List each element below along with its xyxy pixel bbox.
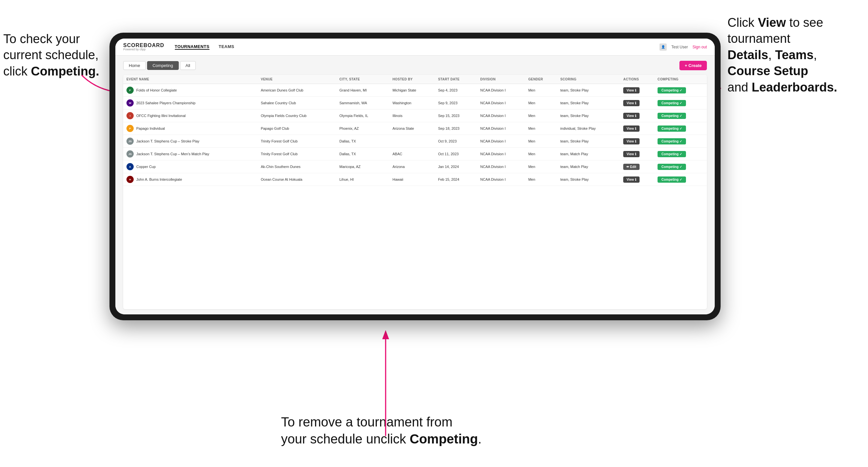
cell-hosted: ABAC (389, 148, 435, 160)
cell-division: NCAA Division I (477, 160, 525, 173)
cell-start-date: Oct 9, 2023 (435, 135, 477, 148)
table-row: P Papago Individual Papago Golf Club Pho… (123, 122, 707, 135)
cell-venue: Ocean Course At Hokuala (257, 173, 336, 186)
table-header-row: EVENT NAME VENUE CITY, STATE HOSTED BY S… (123, 75, 707, 84)
cell-city: Phoenix, AZ (336, 122, 389, 135)
view-button[interactable]: View ℹ (623, 125, 639, 132)
tournaments-table-container: EVENT NAME VENUE CITY, STATE HOSTED BY S… (123, 75, 707, 309)
brand-logo: SCOREBOARD Powered by clipp (123, 42, 164, 51)
cell-event-name: P Papago Individual (123, 122, 257, 135)
nav-tournaments[interactable]: TOURNAMENTS (175, 44, 210, 50)
cell-gender: Men (525, 160, 557, 173)
view-button[interactable]: View ℹ (623, 138, 639, 145)
competing-bold-label: Competing. (31, 64, 99, 78)
table-row: F Folds of Honor Collegiate American Dun… (123, 84, 707, 97)
col-city: CITY, STATE (336, 75, 389, 84)
view-button[interactable]: View ℹ (623, 87, 639, 93)
event-name-text: Jackson T. Stephens Cup – Men's Match Pl… (136, 152, 209, 156)
event-name-text: 2023 Sahalee Players Championship (136, 101, 195, 105)
tab-competing[interactable]: Competing (147, 61, 179, 70)
col-actions: ACTIONS (620, 75, 654, 84)
cell-start-date: Oct 11, 2023 (435, 148, 477, 160)
user-label: Test User (671, 45, 688, 49)
nav-right: 👤 Test User Sign out (659, 43, 707, 51)
view-button[interactable]: View ℹ (623, 113, 639, 119)
cell-scoring: team, Match Play (557, 160, 620, 173)
event-name-text: Folds of Honor Collegiate (136, 88, 177, 92)
competing-button[interactable]: Competing ✓ (657, 164, 686, 170)
cell-division: NCAA Division I (477, 148, 525, 160)
brand-title: SCOREBOARD (123, 42, 164, 49)
col-start-date: START DATE (435, 75, 477, 84)
cell-hosted: Michigan State (389, 84, 435, 97)
col-hosted-by: HOSTED BY (389, 75, 435, 84)
navbar: SCOREBOARD Powered by clipp TOURNAMENTS … (115, 38, 715, 56)
cell-city: Maricopa, AZ (336, 160, 389, 173)
cell-scoring: team, Stroke Play (557, 84, 620, 97)
annotation-top-left: To check yourcurrent schedule,click Comp… (3, 31, 111, 80)
view-button[interactable]: View ℹ (623, 177, 639, 183)
cell-division: NCAA Division I (477, 84, 525, 97)
cell-start-date: Feb 15, 2024 (435, 173, 477, 186)
cell-actions: View ℹ (620, 110, 654, 122)
competing-button[interactable]: Competing ✓ (657, 100, 686, 106)
cell-gender: Men (525, 84, 557, 97)
cell-venue: Olympia Fields Country Club (257, 110, 336, 122)
cell-start-date: Sep 18, 2023 (435, 122, 477, 135)
event-name-text: Papago Individual (136, 126, 165, 130)
competing-button[interactable]: Competing ✓ (657, 87, 686, 93)
col-competing: COMPETING (654, 75, 707, 84)
cell-gender: Men (525, 97, 557, 110)
cell-actions: View ℹ (620, 135, 654, 148)
competing-button[interactable]: Competing ✓ (657, 151, 686, 157)
tablet-screen: SCOREBOARD Powered by clipp TOURNAMENTS … (115, 38, 715, 314)
nav-teams[interactable]: TEAMS (219, 44, 234, 50)
table-row: JS Jackson T. Stephens Cup – Stroke Play… (123, 135, 707, 148)
team-logo: A (126, 163, 134, 170)
cell-hosted: Hawaii (389, 173, 435, 186)
view-button[interactable]: View ℹ (623, 100, 639, 106)
user-icon: 👤 (659, 43, 667, 51)
view-button[interactable]: View ℹ (623, 151, 639, 157)
cell-competing: Competing ✓ (654, 173, 707, 186)
cell-gender: Men (525, 173, 557, 186)
event-name-text: Jackson T. Stephens Cup – Stroke Play (136, 139, 199, 143)
cell-city: Sammamish, WA (336, 97, 389, 110)
cell-city: Dallas, TX (336, 148, 389, 160)
cell-scoring: team, Stroke Play (557, 110, 620, 122)
cell-actions: View ℹ (620, 148, 654, 160)
cell-gender: Men (525, 110, 557, 122)
cell-gender: Men (525, 135, 557, 148)
cell-event-name: W 2023 Sahalee Players Championship (123, 97, 257, 110)
filter-bar: Home Competing All + Create (123, 61, 707, 70)
competing-button[interactable]: Competing ✓ (657, 177, 686, 183)
signout-link[interactable]: Sign out (692, 45, 707, 49)
nav-links: TOURNAMENTS TEAMS (175, 44, 234, 50)
table-row: I OFCC Fighting Illini Invitational Olym… (123, 110, 707, 122)
cell-hosted: Washington (389, 97, 435, 110)
cell-venue: Sahalee Country Club (257, 97, 336, 110)
edit-button[interactable]: ✏ Edit (623, 164, 640, 170)
tablet-device: SCOREBOARD Powered by clipp TOURNAMENTS … (110, 33, 721, 320)
cell-scoring: team, Stroke Play (557, 173, 620, 186)
cell-venue: Ak-Chin Southern Dunes (257, 160, 336, 173)
competing-button[interactable]: Competing ✓ (657, 113, 686, 119)
cell-event-name: JS Jackson T. Stephens Cup – Stroke Play (123, 135, 257, 148)
competing-button[interactable]: Competing ✓ (657, 125, 686, 132)
cell-gender: Men (525, 122, 557, 135)
event-name-text: OFCC Fighting Illini Invitational (136, 114, 186, 118)
create-button[interactable]: + Create (679, 61, 707, 70)
cell-actions: View ℹ (620, 84, 654, 97)
tab-all[interactable]: All (180, 61, 196, 70)
competing-button[interactable]: Competing ✓ (657, 138, 686, 145)
cell-gender: Men (525, 148, 557, 160)
cell-competing: Competing ✓ (654, 160, 707, 173)
tab-home[interactable]: Home (123, 61, 146, 70)
cell-actions: ✏ Edit (620, 160, 654, 173)
cell-start-date: Sep 9, 2023 (435, 97, 477, 110)
cell-event-name: A Copper Cup (123, 160, 257, 173)
cell-actions: View ℹ (620, 122, 654, 135)
cell-event-name: I OFCC Fighting Illini Invitational (123, 110, 257, 122)
col-event-name: EVENT NAME (123, 75, 257, 84)
table-row: JS Jackson T. Stephens Cup – Men's Match… (123, 148, 707, 160)
